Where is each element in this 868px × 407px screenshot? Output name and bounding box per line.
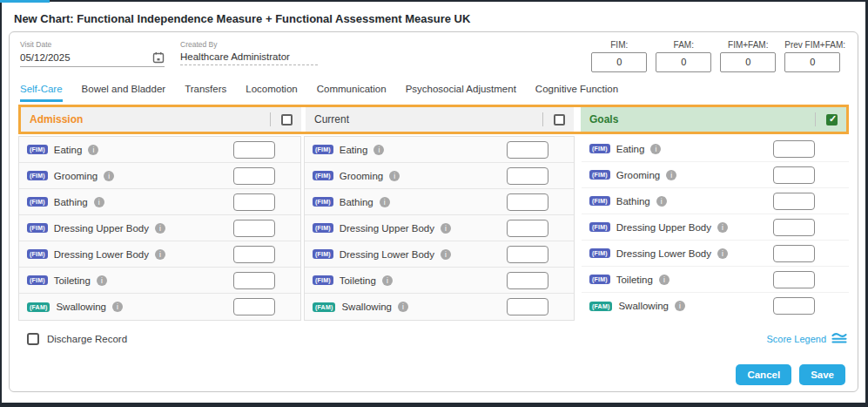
info-icon[interactable] xyxy=(717,222,728,233)
current-grooming-input[interactable] xyxy=(507,167,548,185)
fim-fam-score-label: FIM+FAM: xyxy=(720,40,776,50)
item-label: Toileting xyxy=(616,275,653,285)
prev-fim-fam-score-label: Prev FIM+FAM: xyxy=(784,40,845,50)
discharge-record-option[interactable]: Discharge Record xyxy=(27,333,127,345)
tab-psychosocial-adjustment[interactable]: Psychosocial Adjustment xyxy=(406,84,516,102)
goals-row-grooming: (FIM) Grooming xyxy=(582,162,849,188)
cancel-button[interactable]: Cancel xyxy=(736,364,791,385)
info-icon[interactable] xyxy=(441,223,451,234)
tab-communication[interactable]: Communication xyxy=(317,84,387,102)
info-icon[interactable] xyxy=(104,171,114,181)
visit-date-value: 05/12/2025 xyxy=(20,52,71,63)
fam-score-group: FAM: 0 xyxy=(656,40,711,72)
fim-badge: (FIM) xyxy=(589,196,610,206)
admission-eating-input[interactable] xyxy=(233,141,275,159)
save-button[interactable]: Save xyxy=(799,364,845,385)
admission-dressing-upper-input[interactable] xyxy=(233,220,275,237)
info-icon[interactable] xyxy=(398,302,408,312)
score-legend-link[interactable]: Score Legend xyxy=(767,331,848,347)
footer-actions: Cancel Save xyxy=(10,364,845,385)
info-icon[interactable] xyxy=(373,145,384,155)
info-icon[interactable] xyxy=(659,275,670,285)
visit-date-input[interactable]: 05/12/2025 xyxy=(20,51,165,67)
fim-score-value: 0 xyxy=(591,52,647,72)
score-legend-icon xyxy=(831,331,847,347)
fim-badge: (FIM) xyxy=(27,249,48,259)
goals-grooming-input[interactable] xyxy=(773,166,815,184)
visit-date-field: Visit Date 05/12/2025 xyxy=(20,40,165,67)
current-select-all-checkbox[interactable] xyxy=(554,114,565,125)
current-dressing-upper-input[interactable] xyxy=(507,220,548,237)
current-eating-input[interactable] xyxy=(507,141,548,159)
current-column: (FIM) Eating (FIM) Grooming (FIM) Bathin… xyxy=(304,136,575,321)
tab-locomotion[interactable]: Locomotion xyxy=(246,84,297,102)
fam-badge: (FAM) xyxy=(313,302,335,312)
page-title: New Chart: Functional Independence Measu… xyxy=(2,2,865,31)
admission-bathing-input[interactable] xyxy=(233,193,275,211)
info-icon[interactable] xyxy=(380,197,390,207)
info-icon[interactable] xyxy=(717,248,728,259)
visit-date-label: Visit Date xyxy=(20,40,165,49)
goals-row-dressing-lower: (FIM) Dressing Lower Body xyxy=(582,241,849,267)
current-dressing-lower-input[interactable] xyxy=(507,246,548,263)
goals-eating-input[interactable] xyxy=(773,140,815,158)
created-by-label: Created By xyxy=(180,40,318,49)
info-icon[interactable] xyxy=(155,223,165,234)
admission-swallowing-input[interactable] xyxy=(233,298,275,315)
goals-dressing-lower-input[interactable] xyxy=(773,245,815,262)
goals-toileting-input[interactable] xyxy=(773,271,815,288)
current-toileting-input[interactable] xyxy=(507,272,548,289)
item-label: Dressing Lower Body xyxy=(616,248,711,259)
item-label: Dressing Lower Body xyxy=(54,249,149,260)
info-icon[interactable] xyxy=(94,197,104,207)
current-row-dressing-upper: (FIM) Dressing Upper Body xyxy=(305,215,574,241)
item-label: Eating xyxy=(340,145,368,155)
calendar-icon[interactable] xyxy=(152,51,165,64)
info-icon[interactable] xyxy=(441,249,451,260)
item-label: Swallowing xyxy=(618,301,669,311)
fam-badge: (FAM) xyxy=(27,302,50,312)
header-divider xyxy=(815,112,816,126)
tab-bowel-and-bladder[interactable]: Bowel and Bladder xyxy=(82,84,166,102)
discharge-record-checkbox[interactable] xyxy=(27,333,39,345)
admission-grooming-input[interactable] xyxy=(233,167,275,185)
info-icon[interactable] xyxy=(675,301,685,311)
info-icon[interactable] xyxy=(155,249,165,260)
goals-column-header: Goals xyxy=(581,107,846,132)
panel-top-section: Visit Date 05/12/2025 Created By Healthc… xyxy=(10,32,858,72)
info-icon[interactable] xyxy=(382,275,393,286)
admission-row-toileting: (FIM) Toileting xyxy=(19,268,300,294)
item-label: Dressing Upper Body xyxy=(54,223,149,234)
goals-dressing-upper-input[interactable] xyxy=(773,219,815,236)
info-icon[interactable] xyxy=(666,170,676,180)
info-icon[interactable] xyxy=(97,275,107,286)
goals-select-all-checkbox[interactable] xyxy=(826,114,838,125)
info-icon[interactable] xyxy=(389,171,400,181)
tab-transfers[interactable]: Transfers xyxy=(185,84,226,102)
current-row-toileting: (FIM) Toileting xyxy=(305,268,574,294)
admission-select-all-checkbox[interactable] xyxy=(281,114,293,125)
created-by-value: Healthcare Administrator xyxy=(180,51,318,65)
fim-fam-score-group: FIM+FAM: 0 xyxy=(720,40,776,72)
goals-row-toileting: (FIM) Toileting xyxy=(582,267,849,293)
admission-dressing-lower-input[interactable] xyxy=(233,246,275,263)
current-bathing-input[interactable] xyxy=(507,193,548,211)
info-icon[interactable] xyxy=(112,302,123,312)
score-legend-label: Score Legend xyxy=(767,334,827,344)
fim-badge: (FIM) xyxy=(27,145,48,154)
window-frame: New Chart: Functional Independence Measu… xyxy=(0,0,868,407)
info-icon[interactable] xyxy=(88,145,98,155)
goals-swallowing-input[interactable] xyxy=(773,297,815,315)
info-icon[interactable] xyxy=(656,196,667,207)
admission-row-bathing: (FIM) Bathing xyxy=(19,189,300,215)
prev-fim-fam-score-group: Prev FIM+FAM: 0 xyxy=(784,40,845,72)
admission-toileting-input[interactable] xyxy=(233,272,275,289)
item-label: Bathing xyxy=(340,197,373,207)
assessment-grid: (FIM) Eating (FIM) Grooming (FIM) Bathin… xyxy=(18,136,849,321)
current-swallowing-input[interactable] xyxy=(507,298,548,315)
tab-cognitive-function[interactable]: Cognitive Function xyxy=(535,84,618,102)
tab-self-care[interactable]: Self-Care xyxy=(20,84,63,102)
info-icon[interactable] xyxy=(650,144,661,154)
fam-score-label: FAM: xyxy=(656,40,711,50)
goals-bathing-input[interactable] xyxy=(773,193,815,210)
